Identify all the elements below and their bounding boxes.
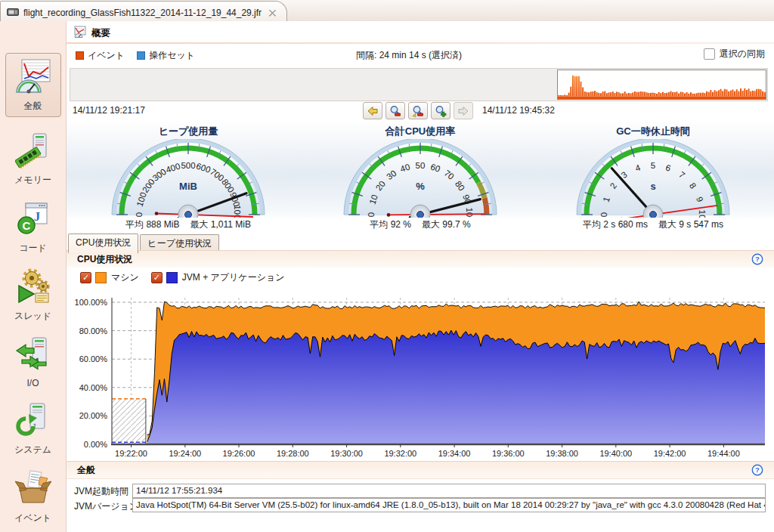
jfr-file-icon <box>7 8 19 19</box>
sidebar-item-threads[interactable]: スレッド <box>6 268 60 323</box>
page-title: 概要 <box>91 27 110 40</box>
general-section-title: 全般 <box>77 464 95 477</box>
svg-text:19:22:00: 19:22:00 <box>115 449 147 458</box>
svg-text:19:32:00: 19:32:00 <box>384 449 416 458</box>
jvm-start-time-field[interactable]: 14/11/12 17:55:21.934 <box>132 484 766 498</box>
timeline-strip[interactable] <box>70 68 768 101</box>
legend-swatch-icon <box>76 51 84 60</box>
cpu-max: 最大 99.7 % <box>422 219 471 230</box>
gauge-cpu-usage: 合計CPU使用率 0102030405060708090100% <box>326 122 515 218</box>
back-button[interactable] <box>363 102 382 119</box>
gauge-title: 合計CPU使用率 <box>326 125 515 138</box>
gauge-title: GC一時休止時間 <box>559 125 748 138</box>
sidebar-item-label: スレッド <box>6 310 60 323</box>
jvm-start-time-label: JVM起動時間 <box>74 485 128 498</box>
series-swatch-icon <box>95 272 107 283</box>
general-icon <box>15 58 51 94</box>
gc-avg: 平均 2 s 680 ms <box>583 219 648 230</box>
system-icon <box>15 402 51 438</box>
cpu-usage-chart[interactable]: 0.00%20.00%40.00%60.00%80.00%100.00%19:2… <box>73 289 771 461</box>
svg-text:?: ? <box>755 255 760 263</box>
svg-text:0: 0 <box>135 212 144 217</box>
editor-tabbar: flight_recording_GlassFish11322_2014-11-… <box>0 0 774 22</box>
svg-text:19:26:00: 19:26:00 <box>223 449 255 458</box>
gauge-cpu-stats: 平均 92 %最大 99.7 % <box>326 218 515 231</box>
zoom-out-icon <box>387 105 404 117</box>
zoom-nav-buttons <box>363 102 473 119</box>
svg-text:s: s <box>650 181 655 192</box>
heap-avg: 平均 888 MiB <box>125 219 179 230</box>
gauge-heap-usage: ヒープ使用量 01002003004005006007008009001000M… <box>94 122 283 218</box>
sidebar-item-label: コード <box>6 242 60 255</box>
sync-selection-label: 選択の同期 <box>720 48 765 60</box>
svg-text:19:36:00: 19:36:00 <box>492 449 525 458</box>
svg-text:19:24:00: 19:24:00 <box>169 449 201 458</box>
interval-label: 間隔: 24 min 14 s (選択済) <box>356 49 462 62</box>
sidebar-item-events[interactable]: イベント <box>6 470 60 524</box>
gauge-gc-stats: 平均 2 s 680 ms最大 9 s 547 ms <box>559 218 748 231</box>
code-icon: JC <box>15 200 51 237</box>
gauge-heap-stats: 平均 888 MiB最大 1,011 MiB <box>94 218 283 231</box>
sync-selection-control: 選択の同期 <box>704 48 765 60</box>
legend-label: 操作セット <box>149 49 195 62</box>
sidebar-item-label: システム <box>6 444 60 456</box>
svg-text:0.00%: 0.00% <box>84 440 107 449</box>
svg-text:80.00%: 80.00% <box>79 326 108 336</box>
zoom-selection-icon <box>410 105 426 117</box>
editor-tab[interactable]: flight_recording_GlassFish11322_2014-11-… <box>0 1 287 21</box>
cpu-avg: 平均 92 % <box>370 219 411 230</box>
svg-text:0: 0 <box>599 212 608 217</box>
sidebar-item-general[interactable]: 全般 <box>5 53 61 117</box>
series-label: マシン <box>111 271 139 284</box>
jvm-version-field[interactable]: Java HotSpot(TM) 64-Bit Server VM (25.5-… <box>132 498 766 512</box>
gauge-gc-pause: GC一時休止時間 012345678910s <box>559 122 748 218</box>
editor-tab-title: flight_recording_GlassFish11322_2014-11-… <box>23 8 262 18</box>
sidebar-item-code[interactable]: JCコード <box>6 200 60 255</box>
range-end-timestamp: 14/11/12 19:45:32 <box>482 105 555 116</box>
sidebar-item-memory[interactable]: メモリー <box>6 132 60 187</box>
svg-text:20.00%: 20.00% <box>79 411 108 420</box>
svg-text:5: 5 <box>651 161 655 170</box>
series-label: JVM + アプリケーション <box>182 271 285 284</box>
gauge-title: ヒープ使用量 <box>94 125 283 138</box>
sidebar-item-io[interactable]: I/O <box>6 336 60 388</box>
range-start-timestamp: 14/11/12 19:21:17 <box>73 105 145 116</box>
cpu-section-title: CPU使用状況 <box>77 253 132 266</box>
svg-text:40.00%: 40.00% <box>79 383 108 392</box>
svg-text:50: 50 <box>416 161 426 170</box>
svg-text:%: % <box>416 181 425 192</box>
help-icon[interactable]: ? <box>751 253 763 265</box>
sidebar-item-label: 全般 <box>6 100 60 113</box>
events-icon <box>15 470 51 506</box>
legend-checkbox-checked[interactable] <box>151 272 163 283</box>
svg-text:100: 100 <box>465 207 474 218</box>
gauge-band: ヒープ使用量 01002003004005006007008009001000M… <box>67 122 774 218</box>
svg-text:19:44:00: 19:44:00 <box>707 449 740 458</box>
gc-max: 最大 9 s 547 ms <box>658 219 723 230</box>
forward-button[interactable] <box>454 102 473 119</box>
svg-text:19:42:00: 19:42:00 <box>654 449 686 458</box>
svg-text:19:28:00: 19:28:00 <box>277 449 309 458</box>
legend-label: イベント <box>88 49 125 62</box>
event-histogram <box>558 70 766 99</box>
sidebar-item-system[interactable]: システム <box>6 402 60 456</box>
legend-checkbox-checked[interactable] <box>80 272 91 283</box>
svg-text:J: J <box>33 209 40 224</box>
svg-text:19:34:00: 19:34:00 <box>438 449 471 458</box>
sync-selection-checkbox[interactable] <box>704 48 715 60</box>
close-icon[interactable]: ⤫ <box>269 8 276 18</box>
sidebar: 全般メモリーJCコードスレッドI/Oシステムイベント <box>0 21 67 532</box>
timeline-selection-box[interactable] <box>557 70 766 100</box>
jvm-version-label: JVMバージョン <box>74 500 138 513</box>
zoom-out-button[interactable] <box>385 102 405 119</box>
svg-text:?: ? <box>755 466 760 474</box>
zoom-selection-button[interactable] <box>408 102 428 119</box>
arrow-left-icon <box>364 105 381 117</box>
zoom-in-button[interactable] <box>431 102 450 119</box>
svg-text:10: 10 <box>698 210 707 218</box>
svg-text:19:40:00: 19:40:00 <box>599 449 632 458</box>
sidebar-item-label: メモリー <box>6 174 60 187</box>
page-header: 概要 <box>74 26 110 41</box>
help-icon[interactable]: ? <box>751 464 763 476</box>
tab-cpu-usage[interactable]: CPU使用状況 <box>68 234 138 253</box>
